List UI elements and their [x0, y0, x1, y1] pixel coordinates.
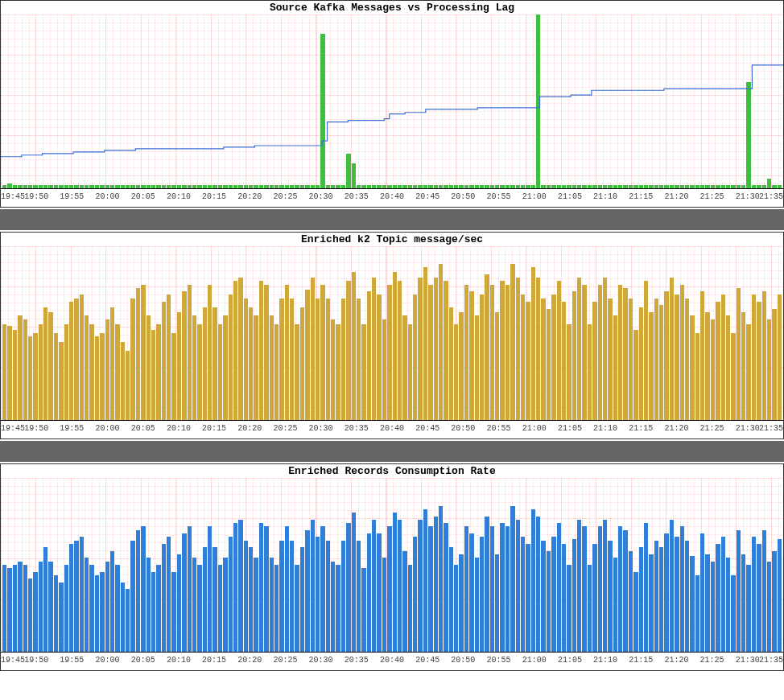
bar[interactable]	[731, 575, 735, 652]
bar[interactable]	[547, 551, 551, 652]
bar[interactable]	[577, 278, 581, 420]
bar[interactable]	[664, 533, 668, 652]
bar[interactable]	[485, 517, 489, 652]
bar[interactable]	[74, 541, 78, 652]
bar[interactable]	[762, 291, 766, 420]
bar[interactable]	[464, 285, 468, 420]
bar[interactable]	[654, 541, 658, 652]
bar[interactable]	[726, 315, 730, 420]
bar[interactable]	[475, 315, 479, 420]
bar[interactable]	[675, 537, 679, 652]
bar[interactable]	[95, 336, 99, 420]
bar[interactable]	[352, 272, 356, 420]
bar[interactable]	[582, 526, 586, 652]
bar[interactable]	[244, 299, 248, 420]
bar[interactable]	[48, 562, 52, 652]
bar[interactable]	[582, 285, 586, 420]
bar[interactable]	[197, 324, 201, 420]
bar[interactable]	[434, 278, 438, 420]
bar[interactable]	[700, 291, 704, 420]
bar[interactable]	[23, 319, 27, 420]
bar[interactable]	[700, 533, 704, 652]
bar[interactable]	[464, 526, 468, 652]
bar[interactable]	[74, 299, 78, 420]
bar[interactable]	[208, 285, 212, 420]
bar[interactable]	[69, 544, 73, 652]
bar[interactable]	[105, 562, 109, 652]
bar[interactable]	[423, 267, 427, 420]
bar[interactable]	[249, 307, 253, 420]
bar[interactable]	[393, 513, 397, 652]
bar[interactable]	[341, 541, 345, 652]
bar[interactable]	[639, 547, 643, 652]
bar[interactable]	[633, 330, 638, 420]
bar[interactable]	[495, 312, 499, 420]
bar[interactable]	[741, 554, 745, 652]
bar[interactable]	[485, 274, 489, 420]
bar[interactable]	[387, 526, 391, 652]
bar[interactable]	[398, 281, 402, 420]
bar[interactable]	[757, 544, 761, 652]
bar[interactable]	[105, 319, 109, 420]
bar[interactable]	[726, 558, 730, 652]
bar[interactable]	[592, 302, 596, 420]
bar[interactable]	[633, 572, 638, 652]
bar[interactable]	[402, 315, 406, 420]
bar[interactable]	[95, 575, 99, 652]
bar[interactable]	[223, 315, 227, 420]
bar[interactable]	[264, 285, 268, 420]
bar[interactable]	[130, 299, 134, 420]
bar[interactable]	[264, 526, 268, 652]
bar[interactable]	[521, 294, 525, 420]
bar[interactable]	[115, 565, 119, 652]
bar[interactable]	[475, 558, 479, 652]
bar[interactable]	[644, 523, 648, 652]
bar[interactable]	[588, 565, 592, 652]
bar[interactable]	[510, 506, 514, 652]
bar[interactable]	[361, 324, 365, 420]
bar[interactable]	[80, 294, 84, 420]
bar[interactable]	[685, 299, 689, 420]
bar[interactable]	[536, 517, 540, 652]
bar[interactable]	[249, 547, 253, 652]
bar[interactable]	[372, 278, 376, 420]
bar[interactable]	[54, 575, 58, 652]
bar[interactable]	[737, 288, 741, 420]
bar[interactable]	[151, 330, 155, 420]
bar[interactable]	[229, 537, 233, 652]
bar[interactable]	[459, 312, 463, 420]
bar[interactable]	[331, 562, 335, 652]
bar[interactable]	[572, 291, 576, 420]
bar[interactable]	[680, 285, 684, 420]
bar[interactable]	[567, 565, 571, 652]
bar[interactable]	[64, 565, 68, 652]
bar[interactable]	[639, 307, 643, 420]
bar[interactable]	[649, 554, 653, 652]
bar[interactable]	[177, 312, 181, 420]
bar[interactable]	[182, 291, 186, 420]
bar[interactable]	[454, 565, 458, 652]
bar[interactable]	[233, 281, 237, 420]
bar[interactable]	[326, 299, 330, 420]
bar[interactable]	[778, 294, 782, 420]
bar[interactable]	[428, 285, 432, 420]
bar[interactable]	[382, 558, 386, 652]
bar[interactable]	[18, 562, 22, 652]
bar[interactable]	[89, 324, 93, 420]
bar[interactable]	[752, 537, 756, 652]
bar[interactable]	[126, 351, 130, 420]
bar[interactable]	[680, 526, 684, 652]
bar[interactable]	[192, 558, 196, 652]
bar[interactable]	[562, 544, 566, 652]
bar[interactable]	[618, 285, 622, 420]
bar[interactable]	[423, 509, 427, 652]
bar[interactable]	[126, 589, 130, 652]
bar[interactable]	[408, 565, 412, 652]
bar[interactable]	[197, 565, 201, 652]
bar[interactable]	[577, 520, 581, 652]
bar[interactable]	[270, 558, 274, 652]
bar[interactable]	[746, 324, 750, 420]
bar[interactable]	[85, 558, 89, 652]
bar[interactable]	[531, 509, 535, 652]
bar[interactable]	[156, 324, 160, 420]
